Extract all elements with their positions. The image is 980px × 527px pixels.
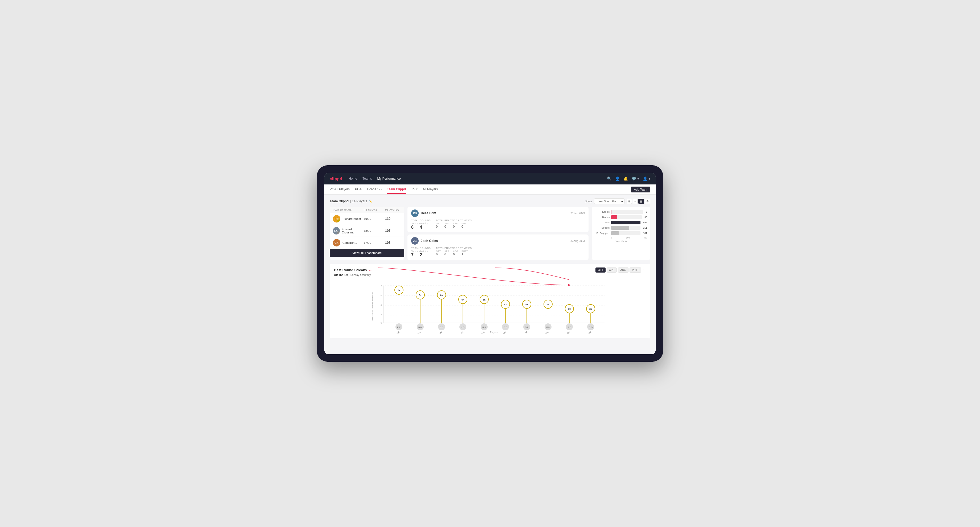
- svg-text:R.B: R.B: [482, 326, 486, 329]
- arg-label: ARG: [453, 222, 459, 225]
- player-info: RB 1 Richard Butler: [333, 215, 364, 222]
- bar-value: 96: [644, 216, 647, 219]
- streaks-section: Best Round Streaks ← OTT APP ARG PUTT → …: [330, 264, 650, 338]
- view-full-leaderboard-button[interactable]: View Full Leaderboard: [330, 249, 404, 257]
- tab-all-players[interactable]: All Players: [423, 185, 438, 194]
- table-row[interactable]: EC 2 Edward Crossman 18/20 107: [330, 225, 404, 237]
- col-pb-score: PB SCORE: [364, 208, 385, 211]
- list-view-button[interactable]: ≡: [633, 199, 638, 204]
- filter-putt[interactable]: PUTT: [630, 268, 641, 273]
- leaderboard-panel: PLAYER NAME PB SCORE PB AVG SQ RB 1 Rich…: [330, 207, 404, 260]
- arg-val: 0: [453, 225, 459, 228]
- stat-sub-labels: OTT APP ARG PUTT: [436, 250, 472, 252]
- player-cards-panel: RB Rees Britt 02 Sep 2023 Total Rounds T…: [407, 207, 589, 260]
- avatar: RB 1: [333, 215, 340, 222]
- card-player-name: Josh Coles: [421, 239, 438, 243]
- team-title: Team Clippd | 14 Players ✏️: [330, 199, 372, 203]
- view-icons: ⊞ ≡ ▦ ⚙: [627, 199, 650, 204]
- nav-teams[interactable]: Teams: [363, 177, 372, 181]
- sub-nav: PGAT Players PGA Hcaps 1-5 Team Clippd T…: [325, 184, 655, 195]
- user-button[interactable]: 👤: [615, 176, 620, 181]
- card-date: 26 Aug 2023: [570, 240, 585, 243]
- card-stats: Total Rounds Tournament Practice 8 4: [411, 219, 585, 230]
- pb-avg: 107: [385, 229, 401, 233]
- rounds-label: Total Rounds: [411, 247, 431, 249]
- profile-button[interactable]: 👤 ▾: [643, 176, 650, 181]
- bar-label: Eagles: [595, 211, 609, 213]
- player-card: JC Josh Coles 26 Aug 2023 Total Rounds T…: [407, 235, 589, 260]
- col-player-name: PLAYER NAME: [333, 208, 364, 211]
- arg-val: 0: [453, 252, 459, 256]
- avatar: CA 3: [333, 239, 340, 246]
- bar-fill: [611, 210, 611, 214]
- player-info: CA 3 Cameron...: [333, 239, 364, 246]
- nav-my-performance[interactable]: My Performance: [377, 177, 401, 181]
- tournament-val: 8: [411, 225, 417, 230]
- player-card: RB Rees Britt 02 Sep 2023 Total Rounds T…: [407, 207, 589, 232]
- svg-text:Best Streak, Fairway Accuracy: Best Streak, Fairway Accuracy: [371, 292, 374, 321]
- stat-sub-labels: OTT APP ARG PUTT: [436, 222, 472, 225]
- tournament-label: Tournament: [411, 222, 417, 225]
- show-label: Show: [585, 200, 592, 203]
- edit-icon[interactable]: ✏️: [369, 200, 372, 203]
- settings-view-button[interactable]: ⚙: [645, 199, 650, 204]
- player-name: Edward Crossman: [342, 227, 364, 234]
- table-row[interactable]: CA 3 Cameron... 17/20 103: [330, 237, 404, 249]
- device-screen: clippd Home Teams My Performance 🔍 👤 🔔 ⚙…: [325, 173, 655, 354]
- filter-arg[interactable]: ARG: [618, 268, 628, 273]
- svg-text:R. Butler: R. Butler: [563, 331, 571, 333]
- show-controls: Show Last 3 months Last 6 months Last 12…: [585, 198, 650, 204]
- card-date: 02 Sep 2023: [570, 212, 585, 215]
- bar-fill: [611, 215, 617, 219]
- tab-pga[interactable]: PGA: [355, 185, 362, 194]
- nav-home[interactable]: Home: [348, 177, 357, 181]
- nav-icons: 🔍 👤 🔔 ⚙️ ▾ 👤 ▾: [607, 176, 650, 181]
- tab-tour[interactable]: Tour: [411, 185, 417, 194]
- avatar: RB: [411, 210, 418, 217]
- tournament-label: Tournament: [411, 250, 417, 252]
- bar-label: D. Bogeys +: [595, 232, 609, 235]
- bar-label: Pars: [595, 221, 609, 224]
- filter-app[interactable]: APP: [607, 268, 617, 273]
- bar-value: 499: [643, 221, 647, 224]
- avatar: JC: [411, 237, 418, 244]
- svg-text:M.M: M.M: [546, 326, 550, 329]
- player-count: | 14 Players: [350, 199, 367, 203]
- col-pb-avg: PB AVG SQ: [385, 208, 401, 211]
- tab-pgat-players[interactable]: PGAT Players: [330, 185, 350, 194]
- arrow-icon: ←: [369, 268, 372, 272]
- ott-val: 0: [436, 225, 442, 228]
- bar-track: [611, 231, 641, 235]
- card-view-button[interactable]: ▦: [638, 199, 644, 204]
- table-row[interactable]: RB 1 Richard Butler 19/20 110: [330, 213, 404, 225]
- activities-label: Total Practice Activities: [436, 219, 472, 222]
- app-label: APP: [444, 250, 450, 252]
- svg-text:D.B: D.B: [440, 326, 443, 329]
- settings-button[interactable]: ⚙️ ▾: [632, 176, 639, 181]
- filter-ott[interactable]: OTT: [595, 268, 606, 273]
- svg-text:3x: 3x: [568, 308, 571, 310]
- streaks-subtitle: Off The Tee, Fairway Accuracy: [334, 274, 646, 276]
- app-val: 0: [444, 225, 450, 228]
- grid-view-button[interactable]: ⊞: [627, 199, 632, 204]
- card-header: JC Josh Coles 26 Aug 2023: [411, 237, 585, 244]
- pb-avg: 110: [385, 217, 401, 221]
- practice-label: Practice: [420, 250, 426, 252]
- device-frame: clippd Home Teams My Performance 🔍 👤 🔔 ⚙…: [317, 165, 663, 362]
- period-select[interactable]: Last 3 months Last 6 months Last 12 mont…: [594, 198, 625, 204]
- svg-text:5x: 5x: [483, 298, 485, 301]
- nav-links: Home Teams My Performance: [348, 177, 600, 181]
- chart-x-title: Total Shots: [595, 240, 647, 243]
- shot-chart-panel: Eagles 3 Birdies 96: [592, 207, 650, 260]
- team-header: Team Clippd | 14 Players ✏️ Show Last 3 …: [330, 198, 650, 204]
- stat-sub-labels: Tournament Practice: [411, 250, 431, 252]
- tab-team-clippd[interactable]: Team Clippd: [387, 185, 406, 194]
- notifications-button[interactable]: 🔔: [624, 176, 628, 181]
- svg-text:M. Miller: M. Miller: [542, 331, 549, 333]
- streaks-header: Best Round Streaks ← OTT APP ARG PUTT →: [334, 268, 646, 273]
- tab-hcaps[interactable]: Hcaps 1-5: [367, 185, 382, 194]
- search-button[interactable]: 🔍: [607, 176, 611, 181]
- add-team-button[interactable]: Add Team: [631, 187, 650, 192]
- rounds-label: Total Rounds: [411, 219, 431, 222]
- practice-val: 2: [420, 252, 426, 257]
